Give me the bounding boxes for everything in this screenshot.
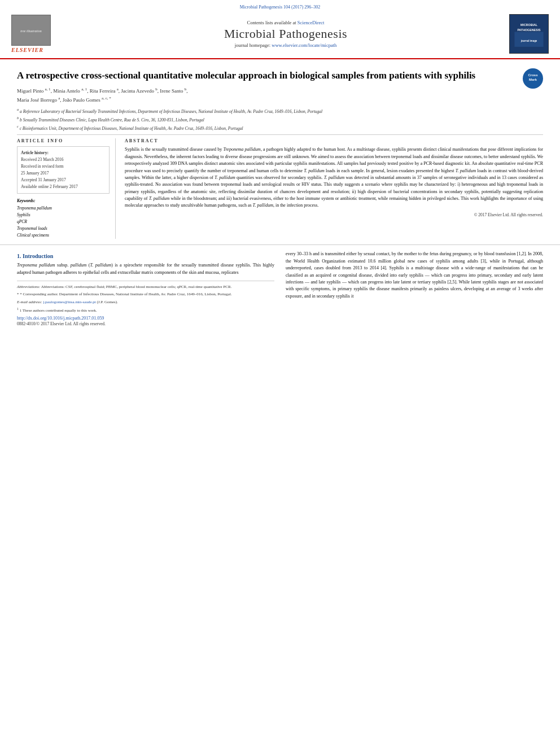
- crossmark-badge: Cross Mark: [523, 68, 543, 89]
- author-minia: Minia Antelo a, 1,: [53, 88, 90, 94]
- footnote-area: Abbreviations: Abbreviations: CSF, cereb…: [17, 281, 274, 314]
- author-jacinta: Jacinta Azevedo b,: [121, 88, 160, 94]
- equal-contrib: 1 1 These authors contributed equally to…: [17, 307, 274, 314]
- journal-citation: Microbial Pathogenesis 104 (2017) 296–30…: [240, 5, 321, 10]
- author-maria: Maria José Borrego a,: [17, 97, 63, 103]
- body-two-col: 1. Introduction Treponema pallidum subsp…: [17, 251, 543, 326]
- elsevier-logo: tree illustration ELSEVIER: [11, 15, 62, 53]
- journal-title-center: Contents lists available at ScienceDirec…: [62, 20, 509, 48]
- author-rita: Rita Ferreira a,: [90, 88, 121, 94]
- article-content: Cross Mark A retrospective cross-section…: [0, 59, 560, 244]
- affil-a: a a Reference Laboratory of Bacterial Se…: [17, 107, 543, 115]
- intro-title: 1. Introduction: [17, 253, 274, 259]
- email-link[interactable]: j.paulogomes@insa.min-saude.pt: [43, 300, 95, 304]
- divider-1: [17, 134, 543, 135]
- svg-text:Cross: Cross: [528, 73, 538, 77]
- article-title: A retrospective cross-sectional quantita…: [17, 65, 543, 82]
- left-col: ARTICLE INFO Article history: Received 2…: [17, 138, 116, 239]
- journal-logo-image: MICROBIAL PATHOGENESIS journal image: [509, 14, 549, 54]
- elsevier-tree-icon: tree illustration: [11, 15, 51, 46]
- kw-2: Syphilis: [17, 212, 110, 219]
- affil-c: c c Bioinformatics Unit, Department of I…: [17, 124, 543, 132]
- author-irene: Irene Santo b,: [160, 88, 187, 94]
- journal-homepage: journal homepage: www.elsevier.com/locat…: [62, 42, 509, 48]
- body-left: 1. Introduction Treponema pallidum subsp…: [17, 251, 274, 326]
- journal-header: Microbial Pathogenesis 104 (2017) 296–30…: [0, 0, 560, 59]
- article-info-header: ARTICLE INFO: [17, 138, 110, 143]
- svg-text:journal image: journal image: [520, 40, 537, 42]
- author-miguel: Miguel Pinto a, 1,: [17, 88, 53, 94]
- right-col: ABSTRACT Syphilis is the sexually transm…: [125, 138, 543, 239]
- received-line: Received 23 March 2016: [21, 156, 106, 163]
- science-direct-link[interactable]: ScienceDirect: [298, 20, 325, 25]
- contents-line: Contents lists available at ScienceDirec…: [62, 20, 509, 25]
- corresponding-author: * * Corresponding author. Department of …: [17, 291, 274, 298]
- issn-line: 0882-4010/© 2017 Elsevier Ltd. All right…: [17, 321, 274, 326]
- abstract-header: ABSTRACT: [125, 138, 543, 143]
- kw-3: qPCR: [17, 219, 110, 225]
- kw-1: Treponema pallidum: [17, 205, 110, 212]
- keywords-section: Keywords: Treponema pallidum Syphilis qP…: [17, 198, 110, 239]
- body-right: every 30–33 h and is transmitted either …: [286, 251, 543, 326]
- abbreviations: Abbreviations: Abbreviations: CSF, cereb…: [17, 284, 274, 290]
- doi-link[interactable]: http://dx.doi.org/10.1016/j.micpath.2017…: [17, 316, 274, 321]
- available-line: Available online 2 February 2017: [21, 184, 106, 190]
- authors-line: Miguel Pinto a, 1, Minia Antelo a, 1, Ri…: [17, 86, 543, 104]
- header-inner: tree illustration ELSEVIER Contents list…: [11, 12, 549, 56]
- svg-text:tree illustration: tree illustration: [20, 29, 41, 33]
- keywords-title: Keywords:: [17, 198, 110, 203]
- page: Microbial Pathogenesis 104 (2017) 296–30…: [0, 0, 560, 747]
- svg-text:MICROBIAL: MICROBIAL: [520, 23, 538, 27]
- email-line: E-mail address: j.paulogomes@insa.min-sa…: [17, 299, 274, 305]
- intro-right-text: every 30–33 h and is transmitted either …: [286, 251, 543, 300]
- copyright-line: © 2017 Elsevier Ltd. All rights reserved…: [125, 212, 543, 217]
- revised-date: 25 January 2017: [21, 170, 106, 177]
- journal-main-title: Microbial Pathogenesis: [62, 27, 509, 41]
- abbreviations-label: Abbreviations:: [17, 285, 40, 289]
- accepted-line: Accepted 31 January 2017: [21, 177, 106, 184]
- crossmark-container: Cross Mark: [523, 68, 543, 89]
- intro-left-text: Treponema pallidum subsp. pallidum (T. p…: [17, 262, 274, 276]
- kw-4: Treponemal loads: [17, 225, 110, 232]
- svg-text:Mark: Mark: [529, 78, 537, 81]
- body-section: 1. Introduction Treponema pallidum subsp…: [0, 244, 560, 332]
- article-info-abstract: ARTICLE INFO Article history: Received 2…: [17, 138, 543, 239]
- affil-b: b b Sexually Transmitted Diseases Clinic…: [17, 115, 543, 123]
- kw-5: Clinical specimens: [17, 232, 110, 239]
- author-joao: João Paulo Gomes a, c, *: [63, 97, 111, 103]
- abstract-text: Syphilis is the sexually transmitted dis…: [125, 146, 543, 209]
- article-history-box: Article history: Received 23 March 2016 …: [17, 146, 110, 194]
- svg-text:PATHOGENESIS: PATHOGENESIS: [517, 28, 541, 32]
- journal-top-bar: Microbial Pathogenesis 104 (2017) 296–30…: [11, 5, 549, 10]
- revised-label: Received in revised form: [21, 163, 106, 170]
- elsevier-brand: ELSEVIER: [11, 47, 43, 53]
- history-label: Article history:: [21, 150, 106, 156]
- affiliations: a a Reference Laboratory of Bacterial Se…: [17, 107, 543, 131]
- homepage-link[interactable]: www.elsevier.com/locate/micpath: [272, 42, 336, 48]
